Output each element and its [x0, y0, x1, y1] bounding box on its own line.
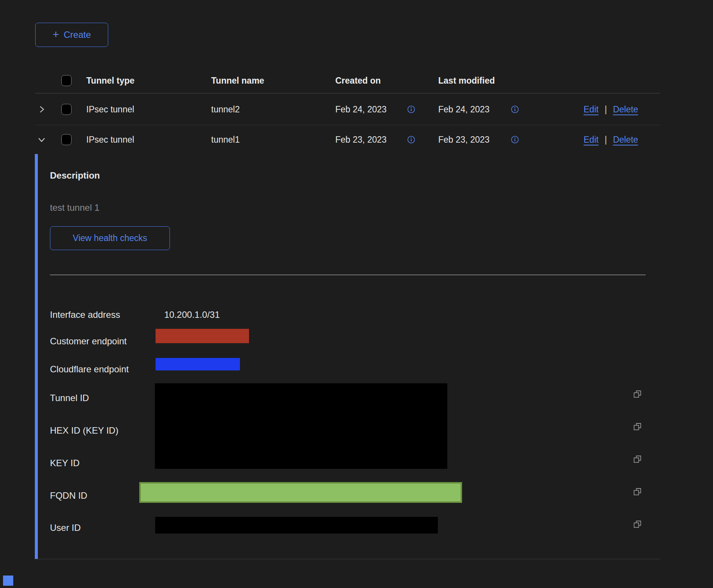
copy-fqdn-id-button[interactable] — [633, 487, 642, 496]
copy-key-id-button[interactable] — [633, 454, 642, 464]
delete-link[interactable]: Delete — [613, 135, 638, 145]
column-header-created-on: Created on — [335, 76, 381, 86]
action-separator: | — [605, 104, 607, 114]
expanded-panel-border — [35, 559, 660, 559]
copy-icon — [633, 454, 642, 464]
created-on-cell: Feb 23, 2023 — [335, 135, 387, 145]
tunnel-type-cell: IPsec tunnel — [86, 135, 134, 145]
cloudflare-endpoint-label: Cloudflare endpoint — [50, 364, 129, 375]
tunnel-type-cell: IPsec tunnel — [86, 104, 134, 114]
table-row: IPsec tunnel tunnel1 Feb 23, 2023 Feb 23… — [35, 125, 660, 154]
hex-id-label: HEX ID (KEY ID) — [50, 425, 118, 436]
cloudflare-endpoint-redacted-value — [156, 358, 240, 370]
select-all-checkbox[interactable] — [61, 75, 72, 86]
customer-endpoint-label: Customer endpoint — [50, 336, 127, 347]
description-value: test tunnel 1 — [50, 202, 100, 213]
section-divider — [50, 275, 646, 275]
fqdn-id-redacted-value — [139, 482, 462, 503]
fqdn-id-label: FQDN ID — [50, 490, 87, 501]
view-health-checks-button[interactable]: View health checks — [50, 226, 170, 250]
created-on-info-icon[interactable] — [407, 136, 415, 144]
last-modified-cell: Feb 23, 2023 — [438, 135, 490, 145]
copy-icon — [633, 487, 642, 496]
delete-link[interactable]: Delete — [613, 104, 638, 114]
column-header-last-modified: Last modified — [438, 76, 495, 86]
user-id-label: User ID — [50, 523, 81, 533]
copy-icon — [633, 520, 642, 529]
created-on-info-icon[interactable] — [407, 105, 415, 113]
row-checkbox[interactable] — [61, 104, 72, 115]
column-header-tunnel-name: Tunnel name — [211, 76, 264, 86]
edit-link[interactable]: Edit — [584, 135, 599, 145]
expanded-row-indicator-bar — [35, 154, 38, 559]
chevron-right-icon — [37, 105, 46, 114]
copy-user-id-button[interactable] — [633, 520, 642, 529]
last-modified-cell: Feb 24, 2023 — [438, 104, 490, 114]
tunnel-name-cell: tunnel1 — [211, 135, 240, 145]
edit-link[interactable]: Edit — [584, 104, 599, 114]
created-on-cell: Feb 24, 2023 — [335, 104, 387, 114]
plus-icon: + — [53, 29, 59, 40]
create-button[interactable]: + Create — [35, 23, 108, 47]
description-heading: Description — [50, 170, 100, 181]
chevron-down-icon — [37, 135, 46, 144]
user-id-redacted-value — [155, 517, 438, 534]
expand-row-button[interactable] — [36, 104, 47, 115]
customer-endpoint-redacted-value — [156, 329, 249, 343]
tunnel-name-cell: tunnel2 — [211, 104, 240, 114]
row-checkbox[interactable] — [61, 134, 72, 145]
column-header-tunnel-type: Tunnel type — [86, 76, 134, 86]
interface-address-label: Interface address — [50, 310, 120, 320]
copy-tunnel-id-button[interactable] — [633, 389, 642, 399]
bottom-left-accent-square — [3, 576, 13, 586]
create-button-label: Create — [64, 30, 91, 40]
copy-icon — [633, 422, 642, 431]
last-modified-info-icon[interactable] — [511, 136, 519, 144]
key-id-label: KEY ID — [50, 458, 79, 468]
tunnel-id-label: Tunnel ID — [50, 393, 89, 403]
interface-address-value: 10.200.1.0/31 — [164, 310, 220, 320]
copy-hex-id-button[interactable] — [633, 422, 642, 431]
ids-redacted-value — [155, 383, 447, 469]
table-row: IPsec tunnel tunnel2 Feb 24, 2023 Feb 24… — [35, 93, 660, 125]
collapse-row-button[interactable] — [36, 134, 47, 145]
last-modified-info-icon[interactable] — [511, 105, 519, 113]
copy-icon — [633, 389, 642, 399]
table-header: Tunnel type Tunnel name Created on Last … — [35, 68, 660, 93]
action-separator: | — [605, 135, 607, 145]
